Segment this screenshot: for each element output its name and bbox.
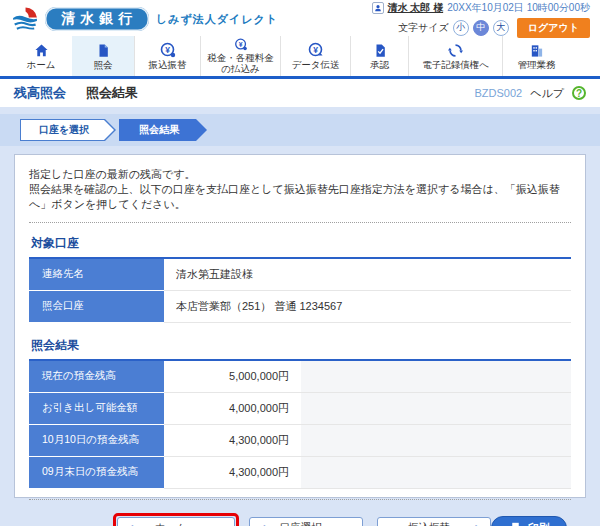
target-account-heading: 対象口座 <box>29 229 571 259</box>
home-button[interactable]: < ホームへ <box>117 517 235 526</box>
font-size-label: 文字サイズ <box>398 21 449 35</box>
nav-item-furikomi[interactable]: ¥ 振込振替 <box>134 36 200 76</box>
screen-id: BZDS002 <box>475 87 523 99</box>
main-nav: ホーム 照会 ¥ 振込振替 ¥ 税金・各種料金の払込み ¥ データ伝送 承認 電… <box>0 36 600 76</box>
building-icon <box>529 43 544 58</box>
user-name-link[interactable]: 清水 太郎 様 <box>388 1 444 15</box>
help-icon[interactable]: ? <box>572 86 586 100</box>
table-row: お引き出し可能金額 4,000,000円 <box>29 393 571 425</box>
login-datetime: 20XX年10月02日 10時00分00秒 <box>447 1 590 15</box>
target-account-table: 連絡先名 清水第五建設様 照会口座 本店営業部（251） 普通 1234567 <box>29 259 571 323</box>
document-check-icon <box>373 43 387 58</box>
table-row: 09月末日の預金残高 4,300,000円 <box>29 457 571 489</box>
row-value: 5,000,000円 <box>164 361 301 393</box>
help-label: ヘルプ <box>530 86 564 101</box>
nav-item-zeikin[interactable]: ¥ 税金・各種料金の払込み <box>200 36 280 76</box>
page-category: 残高照会 <box>14 84 66 102</box>
step-select-account: 口座を選択 <box>20 119 116 141</box>
nav-item-kanri[interactable]: 管理業務 <box>502 36 570 76</box>
header: 清水銀行 しみず法人ダイレクト 清水 太郎 様 20XX年10月02日 10時0… <box>0 0 600 36</box>
nav-item-shonin[interactable]: 承認 <box>350 36 408 76</box>
home-icon <box>34 43 49 58</box>
row-label: 現在の預金残高 <box>29 361 164 393</box>
yen-circle-icon: ¥ <box>233 38 249 51</box>
row-value: 4,300,000円 <box>164 425 301 457</box>
annotation-highlight: < ホームへ <box>113 513 239 526</box>
row-filler <box>301 425 571 457</box>
page-body: 口座を選択 照会結果 指定した口座の最新の残高です。 照会結果を確認の上、以下の… <box>0 107 600 526</box>
step-result: 照会結果 <box>119 119 207 141</box>
row-filler <box>301 393 571 425</box>
table-row: 10月10日の預金残高 4,300,000円 <box>29 425 571 457</box>
page-description: 指定した口座の最新の残高です。 照会結果を確認の上、以下の口座を支払口座として振… <box>29 167 571 212</box>
dotted-divider <box>29 499 571 500</box>
page-title: 照会結果 <box>86 84 138 102</box>
table-row: 連絡先名 清水第五建設様 <box>29 259 571 291</box>
svg-text:¥: ¥ <box>313 45 318 55</box>
yen-circle-icon: ¥ <box>308 42 324 58</box>
user-area: 清水 太郎 様 20XX年10月02日 10時00分00秒 文字サイズ 小 中 … <box>372 1 590 38</box>
row-filler <box>301 457 571 489</box>
font-size-large-button[interactable]: 大 <box>493 20 509 36</box>
row-label: 連絡先名 <box>29 259 164 291</box>
progress-steps: 口座を選択 照会結果 <box>0 114 600 146</box>
service-name: しみず法人ダイレクト <box>156 12 278 27</box>
chevron-left-icon: < <box>259 522 265 526</box>
nav-item-densai[interactable]: 電子記録債権へ <box>408 36 502 76</box>
row-value: 清水第五建設様 <box>164 259 571 291</box>
printer-icon <box>509 522 522 526</box>
print-button[interactable]: 印刷 <box>491 516 567 526</box>
footer-buttons: < ホームへ < 口座選択へ 振込振替へ > <box>29 513 571 526</box>
result-heading: 照会結果 <box>29 331 571 361</box>
row-value: 4,000,000円 <box>164 393 301 425</box>
table-row: 照会口座 本店営業部（251） 普通 1234567 <box>29 291 571 323</box>
result-table: 現在の預金残高 5,000,000円 お引き出し可能金額 4,000,000円 … <box>29 361 571 489</box>
row-value: 4,300,000円 <box>164 457 301 489</box>
svg-text:¥: ¥ <box>165 45 170 55</box>
logout-button[interactable]: ログアウト <box>517 18 590 38</box>
description-line-1: 指定した口座の最新の残高です。 <box>29 167 571 182</box>
row-label: 照会口座 <box>29 291 164 323</box>
chevron-right-icon: > <box>475 522 481 526</box>
font-size-small-button[interactable]: 小 <box>453 20 469 36</box>
font-size-medium-button[interactable]: 中 <box>473 20 489 36</box>
nav-item-data-densou[interactable]: ¥ データ伝送 <box>280 36 350 76</box>
title-bar: 残高照会 照会結果 BZDS002 ヘルプ ? <box>0 79 600 107</box>
circular-arrows-icon <box>448 43 463 58</box>
user-badge-icon <box>372 2 384 14</box>
bank-logo-mark-icon <box>12 6 38 32</box>
chevron-left-icon: < <box>127 522 133 526</box>
account-select-button[interactable]: < 口座選択へ <box>249 517 363 526</box>
transfer-button[interactable]: 振込振替へ > <box>377 517 491 526</box>
row-value: 本店営業部（251） 普通 1234567 <box>164 291 571 323</box>
bank-name: 清水銀行 <box>45 7 149 31</box>
document-icon <box>96 43 110 58</box>
yen-circle-icon: ¥ <box>160 42 176 58</box>
application-window: 清水銀行 しみず法人ダイレクト 清水 太郎 様 20XX年10月02日 10時0… <box>0 0 600 526</box>
row-label: お引き出し可能金額 <box>29 393 164 425</box>
description-line-2: 照会結果を確認の上、以下の口座を支払口座として振込振替先口座指定方法を選択する場… <box>29 182 571 212</box>
nav-item-shokai[interactable]: 照会 <box>72 36 134 76</box>
table-row: 現在の預金残高 5,000,000円 <box>29 361 571 393</box>
dotted-divider <box>29 222 571 223</box>
svg-text:¥: ¥ <box>238 41 242 48</box>
row-label: 10月10日の預金残高 <box>29 425 164 457</box>
bank-logo[interactable]: 清水銀行 しみず法人ダイレクト <box>12 6 278 32</box>
nav-item-home[interactable]: ホーム <box>10 36 72 76</box>
row-filler <box>301 361 571 393</box>
content-panel: 指定した口座の最新の残高です。 照会結果を確認の上、以下の口座を支払口座として振… <box>14 154 586 498</box>
row-label: 09月末日の預金残高 <box>29 457 164 489</box>
